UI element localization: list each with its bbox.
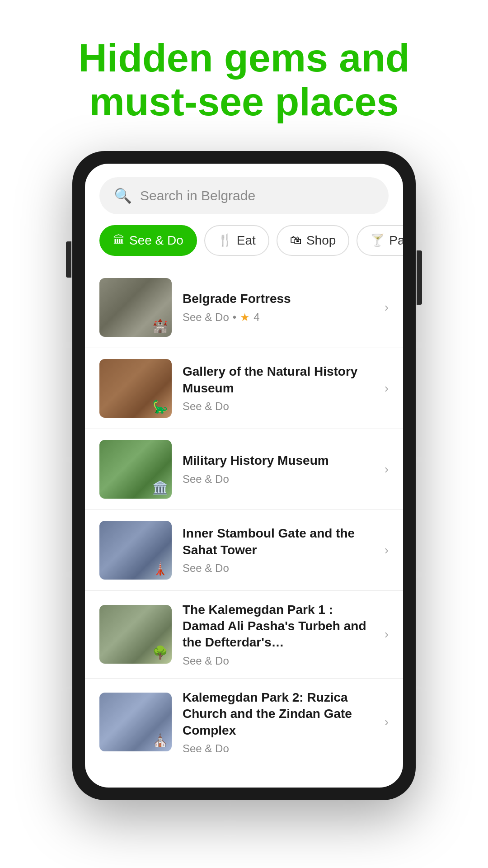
tab-eat-label: Eat — [237, 233, 256, 248]
place-category: See & Do — [183, 473, 229, 486]
place-thumbnail — [99, 278, 172, 337]
page-title: Hidden gems and must-see places — [27, 36, 461, 124]
place-name: Belgrade Fortress — [183, 291, 374, 307]
place-thumbnail — [99, 605, 172, 664]
eat-icon: 🍴 — [218, 233, 232, 247]
place-thumbnail — [99, 440, 172, 499]
place-meta: See & Do — [183, 400, 374, 413]
place-list: Belgrade Fortress See & Do • ★ 4 › — [85, 267, 403, 766]
place-thumbnail — [99, 693, 172, 751]
chevron-right-icon: › — [385, 715, 389, 729]
place-meta: See & Do • ★ 4 — [183, 311, 374, 324]
place-name: Inner Stamboul Gate and the Sahat Tower — [183, 525, 374, 558]
header-section: Hidden gems and must-see places — [0, 0, 488, 151]
chevron-right-icon: › — [385, 300, 389, 315]
chevron-right-icon: › — [385, 543, 389, 557]
tab-shop-label: Shop — [306, 233, 336, 248]
place-name: Military History Museum — [183, 453, 374, 469]
chevron-right-icon: › — [385, 627, 389, 642]
place-info: Kalemegdan Park 2: Ruzica Church and the… — [183, 689, 374, 755]
app-content: 🔍 Search in Belgrade 🏛 See & Do 🍴 Eat — [85, 164, 403, 766]
list-item[interactable]: Gallery of the Natural History Museum Se… — [85, 348, 403, 429]
place-meta: See & Do — [183, 655, 374, 667]
list-item[interactable]: Kalemegdan Park 2: Ruzica Church and the… — [85, 678, 403, 766]
list-item[interactable]: Belgrade Fortress See & Do • ★ 4 › — [85, 267, 403, 348]
phone-screen: 🔍 Search in Belgrade 🏛 See & Do 🍴 Eat — [85, 164, 403, 788]
see-do-icon: 🏛 — [113, 233, 125, 247]
place-category: See & Do — [183, 655, 229, 667]
place-name: The Kalemegdan Park 1 : Damad Ali Pasha'… — [183, 602, 374, 651]
place-name: Kalemegdan Park 2: Ruzica Church and the… — [183, 689, 374, 739]
place-info: Belgrade Fortress See & Do • ★ 4 — [183, 291, 374, 323]
list-item[interactable]: The Kalemegdan Park 1 : Damad Ali Pasha'… — [85, 590, 403, 678]
place-meta: See & Do — [183, 473, 374, 486]
place-info: Inner Stamboul Gate and the Sahat Tower … — [183, 525, 374, 575]
search-bar[interactable]: 🔍 Search in Belgrade — [99, 177, 389, 214]
place-category: See & Do — [183, 742, 229, 755]
place-rating: 4 — [253, 311, 259, 324]
tab-party-label: Party — [389, 233, 403, 248]
place-info: Gallery of the Natural History Museum Se… — [183, 363, 374, 413]
star-icon: ★ — [240, 311, 250, 324]
tab-shop[interactable]: 🛍 Shop — [277, 225, 349, 256]
place-info: The Kalemegdan Park 1 : Damad Ali Pasha'… — [183, 602, 374, 667]
chevron-right-icon: › — [385, 381, 389, 396]
list-item[interactable]: Military History Museum See & Do › — [85, 429, 403, 509]
place-name: Gallery of the Natural History Museum — [183, 363, 374, 396]
tab-party[interactable]: 🍸 Party — [357, 225, 403, 256]
place-thumbnail — [99, 521, 172, 580]
list-item[interactable]: Inner Stamboul Gate and the Sahat Tower … — [85, 509, 403, 590]
tab-see-do[interactable]: 🏛 See & Do — [99, 225, 197, 256]
chevron-right-icon: › — [385, 462, 389, 476]
shop-icon: 🛍 — [290, 233, 302, 247]
party-icon: 🍸 — [370, 233, 385, 247]
search-bar-container: 🔍 Search in Belgrade — [85, 177, 403, 225]
search-placeholder: Search in Belgrade — [140, 188, 255, 203]
phone-frame: 🔍 Search in Belgrade 🏛 See & Do 🍴 Eat — [72, 151, 416, 800]
tab-eat[interactable]: 🍴 Eat — [204, 225, 269, 256]
place-category: See & Do — [183, 562, 229, 575]
dot-separator: • — [233, 311, 236, 324]
place-category: See & Do — [183, 400, 229, 413]
phone-wrapper: 🔍 Search in Belgrade 🏛 See & Do 🍴 Eat — [0, 151, 488, 800]
place-meta: See & Do — [183, 742, 374, 755]
search-icon: 🔍 — [114, 187, 132, 204]
place-meta: See & Do — [183, 562, 374, 575]
place-info: Military History Museum See & Do — [183, 453, 374, 485]
place-category: See & Do — [183, 311, 229, 324]
place-thumbnail — [99, 359, 172, 418]
tab-see-do-label: See & Do — [129, 233, 183, 248]
filter-tabs-container: 🏛 See & Do 🍴 Eat 🛍 Shop 🍸 Party — [85, 225, 403, 267]
